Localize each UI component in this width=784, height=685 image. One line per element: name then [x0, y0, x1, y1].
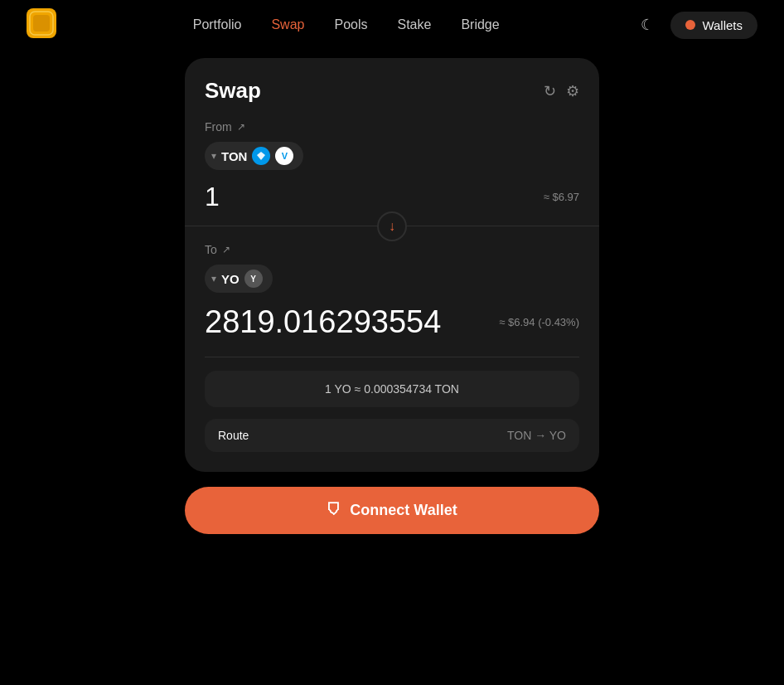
settings-button[interactable]: ⚙ — [566, 82, 579, 100]
nav-bridge[interactable]: Bridge — [461, 17, 499, 32]
chevron-down-icon: ▾ — [211, 150, 216, 162]
nav-swap[interactable]: Swap — [271, 17, 304, 32]
refresh-button[interactable]: ↻ — [544, 82, 556, 100]
connect-wallet-icon: ⛉ — [327, 502, 341, 519]
from-label: From ↗ — [205, 120, 579, 134]
route-path: TON → YO — [507, 429, 566, 442]
to-section: To ↗ ▾ YO Y 2819.016293554 ≈ $6.94 (-0.4… — [205, 226, 579, 353]
logo — [27, 8, 56, 41]
main-content: Swap ↻ ⚙ From ↗ ▾ TON — [0, 50, 784, 534]
swap-actions: ↻ ⚙ — [544, 82, 579, 100]
rate-box: 1 YO ≈ 0.000354734 TON — [205, 371, 579, 407]
nav-pools[interactable]: Pools — [334, 17, 367, 32]
from-amount-input[interactable] — [205, 182, 370, 212]
navbar: Portfolio Swap Pools Stake Bridge ☾ Wall… — [0, 0, 784, 50]
connect-wallet-wrap: ⛉ Connect Wallet — [185, 487, 599, 534]
swap-divider: ↓ — [185, 226, 599, 226]
to-token-selector[interactable]: ▾ YO Y — [205, 265, 273, 293]
rate-section: 1 YO ≈ 0.000354734 TON Route TON → YO — [205, 357, 579, 452]
connect-wallet-button[interactable]: ⛉ Connect Wallet — [185, 487, 599, 534]
nav-right: ☾ Wallets — [636, 11, 757, 39]
nav-links: Portfolio Swap Pools Stake Bridge — [193, 17, 500, 32]
to-token-name: YO — [221, 272, 240, 286]
from-token-name: TON — [221, 149, 247, 163]
wallets-button[interactable]: Wallets — [670, 12, 757, 39]
from-section: From ↗ ▾ TON V ≈ $6.97 — [205, 120, 579, 226]
from-amount-usd: ≈ $6.97 — [544, 191, 579, 203]
wallets-label: Wallets — [702, 18, 743, 32]
svg-marker-3 — [257, 152, 265, 160]
swap-header: Swap ↻ ⚙ — [205, 78, 579, 104]
swap-direction-button[interactable]: ↓ — [377, 211, 407, 241]
to-chevron-down-icon: ▾ — [211, 273, 216, 284]
route-label: Route — [218, 429, 249, 442]
dark-mode-button[interactable]: ☾ — [636, 11, 659, 39]
external-link-icon: ↗ — [237, 121, 245, 133]
to-amount-output: 2819.016293554 — [205, 304, 441, 340]
v-icon: V — [275, 147, 293, 165]
to-external-link-icon: ↗ — [222, 244, 230, 255]
to-label: To ↗ — [205, 243, 579, 256]
down-arrow-icon: ↓ — [389, 219, 395, 234]
to-amount-usd: ≈ $6.94 (-0.43%) — [499, 316, 579, 328]
wallets-dot — [685, 20, 695, 30]
nav-stake[interactable]: Stake — [397, 17, 431, 32]
ton-icon — [252, 147, 270, 165]
swap-card: Swap ↻ ⚙ From ↗ ▾ TON — [185, 58, 599, 472]
connect-wallet-label: Connect Wallet — [350, 502, 457, 519]
svg-rect-1 — [33, 15, 50, 32]
nav-portfolio[interactable]: Portfolio — [193, 17, 242, 32]
to-amount-row: 2819.016293554 ≈ $6.94 (-0.43%) — [205, 304, 579, 353]
swap-title: Swap — [205, 78, 261, 104]
from-token-selector[interactable]: ▾ TON V — [205, 142, 303, 170]
rate-text: 1 YO ≈ 0.000354734 TON — [325, 382, 459, 396]
route-row: Route TON → YO — [205, 419, 579, 452]
yo-icon: Y — [244, 270, 263, 288]
